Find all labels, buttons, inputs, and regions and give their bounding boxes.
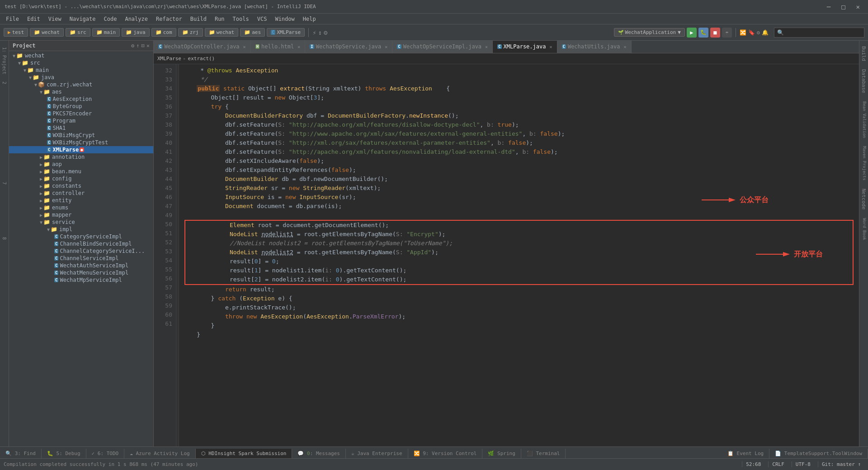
bottom-tab-terminal[interactable]: ⬛ Terminal bbox=[521, 449, 566, 458]
right-tab-wordbook[interactable]: Word Book bbox=[859, 214, 868, 244]
tree-item-channelcategory[interactable]: C ChannelCategoryServiceI... bbox=[9, 247, 153, 255]
tree-item-wxbiztest[interactable]: C WXBizMsgCryptTest bbox=[9, 139, 153, 146]
search-box[interactable]: 🔍 bbox=[774, 28, 864, 38]
bottom-tab-templatesupport[interactable]: 📄 TemplateSupport.ToolWindow bbox=[769, 449, 868, 458]
menu-run[interactable]: Run bbox=[211, 15, 228, 23]
maximize-btn[interactable]: □ bbox=[838, 2, 849, 11]
panel-close-icon[interactable]: ✕ bbox=[146, 43, 150, 49]
toolbar-test-btn[interactable]: ▶ test bbox=[4, 28, 28, 37]
tab-close-4[interactable]: ✕ bbox=[485, 44, 488, 49]
tab-xmlparse[interactable]: C XMLParse.java ✕ bbox=[493, 41, 557, 53]
tree-item-wechatmenu[interactable]: C WechatMenuServiceImpl bbox=[9, 269, 153, 276]
menu-edit[interactable]: Edit bbox=[24, 15, 44, 23]
tree-item-annotation[interactable]: ▶ 📁 annotation bbox=[9, 153, 153, 161]
right-tab-build[interactable]: Build bbox=[859, 43, 868, 65]
tree-item-wechatmp[interactable]: C WechatMpServiceImpl bbox=[9, 276, 153, 284]
tree-item-wechatauth[interactable]: C WechatAuthServiceImpl bbox=[9, 262, 153, 269]
tree-item-entity[interactable]: ▶ 📁 entity bbox=[9, 197, 153, 204]
stop-button[interactable]: ■ bbox=[710, 28, 720, 38]
left-icon-favorites[interactable]: 8 bbox=[1, 234, 8, 242]
menu-refactor[interactable]: Refactor bbox=[152, 15, 186, 23]
panel-settings-icon[interactable]: ⚙ bbox=[131, 43, 134, 49]
tree-item-service[interactable]: ▼ 📁 service bbox=[9, 218, 153, 226]
toolbar-zrj-btn[interactable]: 📁 zrj bbox=[178, 28, 203, 37]
tree-item-program[interactable]: C Program bbox=[9, 117, 153, 124]
tree-item-bytegroup[interactable]: C ByteGroup bbox=[9, 103, 153, 110]
tree-item-config[interactable]: ▶ 📁 config bbox=[9, 175, 153, 182]
menu-build[interactable]: Build bbox=[187, 15, 210, 23]
bottom-tab-find[interactable]: 🔍 3: Find bbox=[0, 449, 42, 458]
breadcrumb-class[interactable]: XMLParse bbox=[157, 56, 181, 62]
toolbar-java-btn[interactable]: 📁 java bbox=[122, 28, 150, 37]
tab-wechatopservice[interactable]: I WechatOpService.java ✕ bbox=[305, 41, 392, 53]
right-tab-netcode[interactable]: Netcode bbox=[859, 185, 868, 213]
toolbar-wechat2-btn[interactable]: 📁 wechat bbox=[205, 28, 239, 37]
tab-wechatopcontroller[interactable]: C WechatOpController.java ✕ bbox=[154, 41, 251, 53]
bookmark-icon[interactable]: 🔖 bbox=[748, 29, 755, 36]
bottom-tab-messages[interactable]: 💬 0: Messages bbox=[292, 449, 345, 458]
panel-up-icon[interactable]: ↑ bbox=[136, 43, 139, 49]
bottom-tab-hdinsight[interactable]: ⬡ HDInsight Spark Submission bbox=[196, 449, 292, 458]
tree-item-mapper[interactable]: ▶ 📁 mapper bbox=[9, 211, 153, 218]
menu-vcs[interactable]: VCS bbox=[254, 15, 271, 23]
bottom-tab-versioncontrol[interactable]: 🔀 9: Version Control bbox=[408, 449, 483, 458]
status-crlf[interactable]: CRLF bbox=[768, 461, 788, 467]
toolbar-xmlparse-btn[interactable]: C XMLParse bbox=[267, 28, 305, 37]
debug-button[interactable]: 🐛 bbox=[698, 28, 708, 38]
tree-item-enums[interactable]: ▶ 📁 enums bbox=[9, 204, 153, 211]
menu-code[interactable]: Code bbox=[100, 15, 121, 23]
coverage-button[interactable]: ☂ bbox=[722, 28, 732, 38]
toolbar-com-btn[interactable]: 📁 com bbox=[151, 28, 176, 37]
breadcrumb-method[interactable]: extract() bbox=[188, 56, 215, 62]
notifications-icon[interactable]: 🔔 bbox=[762, 29, 769, 36]
menu-view[interactable]: View bbox=[45, 15, 65, 23]
menu-analyze[interactable]: Analyze bbox=[121, 15, 151, 23]
tab-close-3[interactable]: ✕ bbox=[385, 44, 387, 49]
toolbar-icon-3[interactable]: ⚙ bbox=[324, 29, 327, 36]
tree-item-aesexception[interactable]: C AesException bbox=[9, 95, 153, 103]
bottom-tab-eventlog[interactable]: 📋 Event Log bbox=[722, 449, 769, 458]
tab-close-5[interactable]: ✕ bbox=[549, 44, 552, 49]
toolbar-main-btn[interactable]: 📁 main bbox=[92, 28, 120, 37]
menu-help[interactable]: Help bbox=[299, 15, 320, 23]
toolbar-icon-2[interactable]: ↕ bbox=[318, 29, 322, 36]
right-tab-database[interactable]: Database bbox=[859, 66, 868, 97]
tree-item-constants[interactable]: ▶ 📁 constants bbox=[9, 182, 153, 190]
minimize-btn[interactable]: ─ bbox=[823, 2, 834, 11]
panel-gear-icon[interactable]: ⊡ bbox=[142, 43, 145, 49]
tree-item-impl[interactable]: ▼ 📁 impl bbox=[9, 226, 153, 233]
menu-navigate[interactable]: Navigate bbox=[66, 15, 99, 23]
tree-item-wechat[interactable]: ▼ 📁 wechat bbox=[9, 52, 153, 59]
run-config-selector[interactable]: 🌱 WechatApplication ▼ bbox=[614, 28, 685, 37]
bottom-tab-spring[interactable]: 🌿 Spring bbox=[482, 449, 521, 458]
menu-tools[interactable]: Tools bbox=[229, 15, 253, 23]
tree-item-controller[interactable]: ▶ 📁 controller bbox=[9, 190, 153, 197]
run-button[interactable]: ▶ bbox=[687, 28, 697, 38]
tab-wechatutils[interactable]: C WechatUtils.java ✕ bbox=[557, 41, 632, 53]
bottom-tab-debug[interactable]: 🐛 5: Debug bbox=[42, 449, 86, 458]
editor[interactable]: 32 33 34 35 36 37 38 39 40 41 42 43 44 4… bbox=[154, 64, 859, 446]
tab-close-6[interactable]: ✕ bbox=[624, 44, 627, 49]
toolbar-wechat-btn[interactable]: 📁 wechat bbox=[30, 28, 64, 37]
menu-window[interactable]: Window bbox=[271, 15, 298, 23]
left-icon-structure[interactable]: 7 bbox=[1, 179, 8, 187]
tree-item-sha1[interactable]: C SHA1 bbox=[9, 124, 153, 132]
tree-item-aes[interactable]: ▼ 📁 aes bbox=[9, 88, 153, 95]
tab-close-2[interactable]: ✕ bbox=[297, 44, 300, 49]
tree-item-package[interactable]: ▼ 📦 com.zrj.wechat bbox=[9, 81, 153, 88]
right-tab-beanvalidation[interactable]: Bean Validation bbox=[859, 98, 868, 142]
toolbar-aes-btn[interactable]: 📁 aes bbox=[240, 28, 265, 37]
tree-item-beanmenu[interactable]: ▶ 📁 bean.menu bbox=[9, 168, 153, 175]
tree-item-main[interactable]: ▼ 📁 main bbox=[9, 66, 153, 74]
menu-file[interactable]: File bbox=[2, 15, 23, 23]
right-tab-maven[interactable]: Maven Projects bbox=[859, 142, 868, 184]
tree-item-channelbind[interactable]: C ChannelBindServiceImpl bbox=[9, 240, 153, 247]
tree-item-wxbiz[interactable]: C WXBizMsgCrypt bbox=[9, 132, 153, 139]
toolbar-icon-1[interactable]: ⚡ bbox=[312, 29, 316, 36]
status-position[interactable]: 52:68 bbox=[742, 461, 764, 467]
bottom-tab-javaenterprise[interactable]: ☕ Java Enterprise bbox=[346, 449, 408, 458]
tab-wechatopserviceimpl[interactable]: C WechatOpServiceImpl.java ✕ bbox=[392, 41, 493, 53]
tab-close-1[interactable]: ✕ bbox=[243, 44, 246, 49]
tree-item-channelservice[interactable]: C ChannelServiceImpl bbox=[9, 255, 153, 262]
vc-icon[interactable]: 🔀 bbox=[740, 29, 746, 36]
